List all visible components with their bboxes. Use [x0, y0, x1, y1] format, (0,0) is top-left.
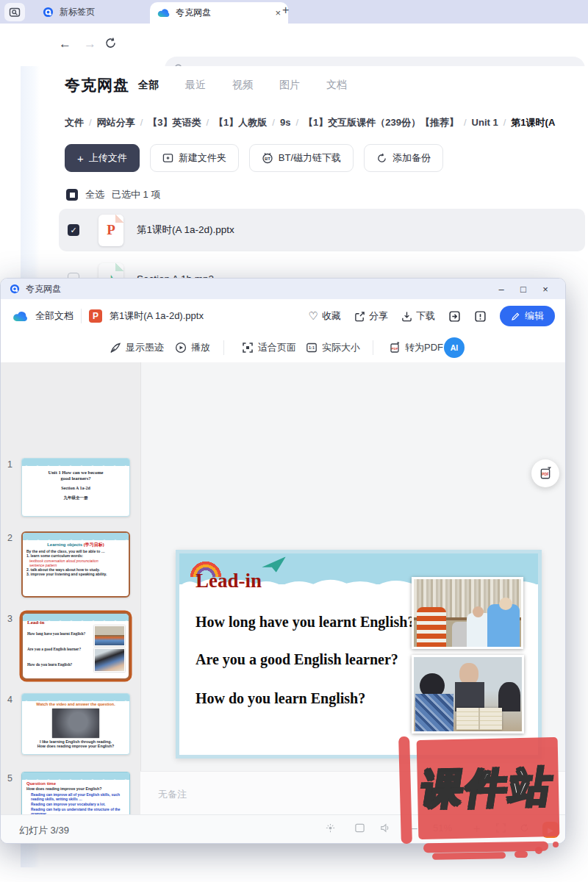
thumb-photo — [94, 648, 125, 672]
browser-tab-newtab[interactable]: 新标签页 — [32, 0, 105, 24]
actual-size-icon: 1:1 — [306, 342, 318, 354]
save-to-drive-icon[interactable] — [448, 310, 461, 323]
document-name-tab[interactable]: 第1课时(A 1a-2d).pptx — [110, 309, 204, 323]
new-tab-button[interactable]: + — [282, 4, 289, 17]
thumb-text: 3. improve your listening and speaking a… — [23, 572, 129, 576]
select-all-checkbox[interactable] — [66, 189, 78, 201]
maximize-button[interactable]: □ — [512, 284, 534, 295]
close-button[interactable]: × — [534, 284, 556, 295]
zoom-in-button[interactable]: + — [473, 822, 480, 836]
actual-size-button[interactable]: 1:1 实际大小 — [306, 339, 360, 356]
breadcrumb-item[interactable]: 【3】英语类 — [135, 117, 201, 128]
bt-magnet-download-button[interactable]: BT BT/磁力链下载 — [249, 144, 354, 172]
add-backup-button[interactable]: 添加备份 — [364, 144, 443, 172]
fit-page-button[interactable]: 适合页面 — [242, 339, 296, 356]
slide-question-3: How do you learn English? — [196, 690, 365, 707]
back-button[interactable]: ← — [59, 37, 71, 51]
download-icon — [401, 311, 412, 322]
quark-drive-favicon — [157, 8, 170, 18]
new-folder-button[interactable]: 新建文件夹 — [150, 144, 239, 172]
download-button[interactable]: 下载 — [401, 309, 435, 323]
document-viewer-window: 夸克网盘 – □ × 全部文档 P 第1课时(A 1a-2d).pptx ♡ 收… — [0, 278, 566, 844]
tab-label: 新标签页 — [60, 6, 95, 18]
sound-icon[interactable] — [379, 822, 390, 833]
thumbnail-slide-4[interactable]: Watch the video and answer the question.… — [21, 693, 130, 755]
pptx-badge-icon: P — [89, 309, 102, 323]
tab-close-icon[interactable]: × — [275, 7, 281, 18]
viewer-body: 1 Unit 1 How can we become good learners… — [1, 362, 565, 814]
classroom-photo — [412, 655, 524, 734]
ink-quill-icon — [110, 342, 121, 354]
share-button[interactable]: 分享 — [354, 309, 388, 323]
browser-tab-quark-drive[interactable]: 夸克网盘 × — [150, 2, 288, 24]
browser-tab-strip: 新标签页 夸克网盘 × + — [0, 0, 588, 24]
edit-button[interactable]: 编辑 — [500, 306, 555, 326]
slide-counter: 幻灯片 3/39 — [19, 824, 69, 837]
thumb-text: Unit 1 How can we become — [22, 470, 129, 476]
main-slide-canvas[interactable]: Lead-in How long have you learnt English… — [176, 550, 542, 759]
fit-page-label: 适合页面 — [258, 341, 296, 354]
thumb-photo — [94, 625, 125, 646]
add-backup-label: 添加备份 — [392, 151, 431, 165]
breadcrumb-current: 第1课时(A — [498, 117, 556, 128]
page-title: 夸克网盘 — [65, 75, 129, 96]
breadcrumb-item[interactable]: 网站分享 — [84, 117, 135, 128]
thumbnail-slide-2[interactable]: Learning objects (学习目标) By the end of th… — [21, 531, 130, 598]
share-label: 分享 — [369, 309, 388, 323]
breadcrumb-item[interactable]: 文件 — [65, 117, 84, 128]
zoom-level: 51% — [433, 822, 452, 833]
thumb-video-frame — [52, 709, 99, 738]
drive-cloud-icon — [12, 311, 28, 322]
grid-view-icon[interactable] — [354, 822, 365, 833]
play-button[interactable]: 播放 — [175, 339, 210, 356]
convert-to-pdf-button[interactable]: PDF 转为PDF — [389, 339, 443, 356]
convert-to-pdf-label: 转为PDF — [405, 341, 443, 354]
slide-question-2: Are you a good English learner? — [196, 651, 398, 668]
laser-pointer-icon[interactable] — [325, 822, 336, 833]
thumbnail-slide-3-selected[interactable]: Lead-in How long have you learnt English… — [21, 612, 130, 680]
thumb-title: Learning objects — [47, 542, 82, 547]
selected-count-label: 已选中 1 项 — [112, 188, 160, 201]
file-checkbox-checked[interactable]: ✓ — [68, 224, 79, 236]
thumb-text: How does reading improve your English? — [22, 786, 129, 792]
breadcrumb-item[interactable]: 【1】人教版 — [201, 117, 267, 128]
file-row-pptx[interactable]: ✓ P 第1课时(A 1a-2d).pptx — [59, 209, 585, 251]
thumbnail-slide-1[interactable]: Unit 1 How can we become good learners? … — [21, 458, 130, 517]
minimize-button[interactable]: – — [490, 284, 512, 295]
mini-sky-band — [22, 459, 129, 466]
favorite-button[interactable]: ♡ 收藏 — [309, 309, 341, 323]
workspace-search-icon[interactable] — [4, 3, 25, 21]
thumb-title-suffix: (学习目标) — [84, 542, 104, 547]
floating-pdf-convert-button[interactable]: PDF — [531, 459, 559, 487]
slide-question-1: How long have you learnt English? — [196, 614, 415, 631]
thumb-text: good learners? — [22, 476, 129, 481]
zoom-out-button[interactable]: − — [411, 822, 417, 836]
upload-file-button[interactable]: + 上传文件 — [65, 144, 140, 172]
tab-doc[interactable]: 文档 — [326, 79, 347, 92]
all-documents-tab[interactable]: 全部文档 — [35, 309, 74, 323]
refresh-button[interactable] — [104, 37, 117, 49]
breadcrumb-item[interactable]: 9s — [267, 117, 290, 128]
rotate-icon[interactable] — [519, 822, 530, 833]
breadcrumb-item[interactable]: Unit 1 — [459, 117, 498, 128]
tab-recent[interactable]: 最近 — [185, 79, 206, 92]
select-all-row: 全选 已选中 1 项 — [66, 188, 160, 201]
presentation-play-button[interactable]: ▶ — [542, 822, 559, 838]
select-all-label[interactable]: 全选 — [85, 188, 104, 201]
tab-video[interactable]: 视频 — [232, 79, 253, 92]
thumb-text: How do you learn English? — [27, 662, 93, 667]
feedback-icon[interactable] — [474, 310, 487, 323]
breadcrumb-item[interactable]: 【1】交互版课件（239份）【推荐】 — [290, 117, 459, 128]
mini-sky-band — [22, 694, 129, 701]
new-folder-label: 新建文件夹 — [179, 151, 226, 165]
notes-bar[interactable]: 无备注 — [140, 771, 565, 815]
fit-page-icon — [242, 342, 254, 354]
tab-image[interactable]: 图片 — [279, 79, 300, 92]
mini-sky-band — [22, 772, 129, 780]
thumb-text: I like learning English through reading. — [22, 739, 129, 745]
show-ink-button[interactable]: 显示墨迹 — [110, 339, 164, 356]
fit-screen-icon[interactable] — [495, 822, 506, 833]
tab-all[interactable]: 全部 — [138, 79, 159, 92]
ai-assistant-button[interactable]: AI — [444, 337, 465, 358]
backup-sync-icon — [376, 153, 387, 164]
